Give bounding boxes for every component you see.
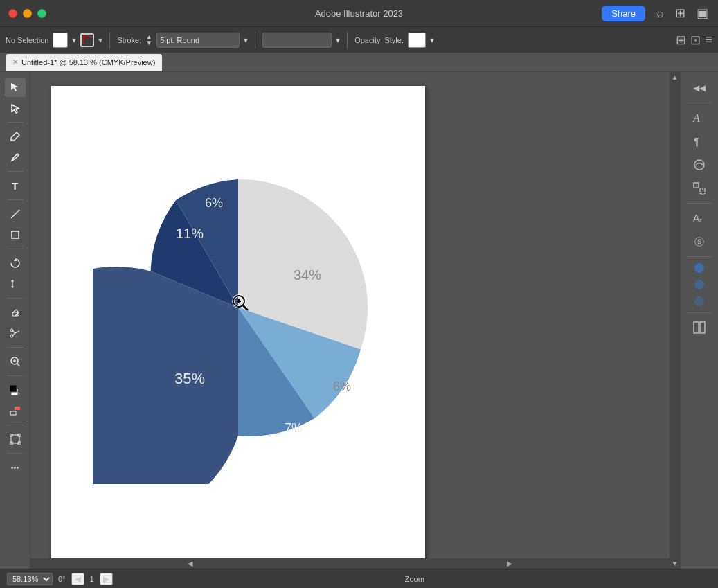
svg-line-6 xyxy=(15,331,19,333)
main-area: T xyxy=(0,72,718,569)
page-number: 1 xyxy=(90,575,94,583)
stroke-stepper[interactable]: ▲▼ xyxy=(145,35,152,46)
maximize-button[interactable] xyxy=(37,9,46,18)
tool-separator-9 xyxy=(7,453,24,454)
right-panel-top: ◀◀ A ¶ Aᵣ ⓢ xyxy=(681,72,718,344)
svg-line-10 xyxy=(17,364,19,366)
pen-tool[interactable] xyxy=(5,127,26,146)
style-chevron[interactable]: ▾ xyxy=(430,35,434,45)
tab-close-icon[interactable]: ✕ xyxy=(12,58,18,66)
svg-text:Aᵣ: Aᵣ xyxy=(693,213,702,224)
stroke-dropdown-chevron[interactable]: ▾ xyxy=(244,35,248,45)
transform-icon[interactable] xyxy=(687,178,712,199)
divider-1 xyxy=(109,32,110,48)
grid-icon[interactable]: ⊞ xyxy=(675,6,685,21)
document-tab[interactable]: ✕ Untitled-1* @ 58.13 % (CMYK/Preview) xyxy=(6,54,162,71)
prev-page-button[interactable]: ◀ xyxy=(71,573,84,585)
panel-icon[interactable]: ▣ xyxy=(697,6,708,21)
eraser-tool[interactable] xyxy=(5,303,26,322)
vertical-scrollbar[interactable]: ▲ ▼ xyxy=(670,72,680,569)
stroke-wide-input[interactable] xyxy=(262,33,332,48)
tool-separator-3 xyxy=(7,199,24,200)
canvas-area[interactable]: 34% 6% 7% 35% 11% 6% xyxy=(30,72,680,569)
tab-title: Untitled-1* @ 58.13 % (CMYK/Preview) xyxy=(21,58,155,66)
stroke-value-input[interactable] xyxy=(156,33,240,48)
align-icon[interactable]: ⊞ xyxy=(676,33,686,48)
label-34: 34% xyxy=(294,267,321,283)
minimize-button[interactable] xyxy=(23,9,32,18)
stroke-icon xyxy=(80,33,94,47)
style-swatch[interactable] xyxy=(408,33,426,48)
rp-separator-2 xyxy=(687,256,712,257)
fill-stroke-selector[interactable] xyxy=(5,380,26,400)
svg-rect-15 xyxy=(10,411,16,415)
share-button[interactable]: Share xyxy=(602,6,645,21)
zoom-label: Zoom xyxy=(118,575,711,583)
scissors-tool[interactable] xyxy=(5,323,26,343)
label-6a: 6% xyxy=(333,380,351,393)
type-tool[interactable]: T xyxy=(5,176,26,195)
tabbar: ✕ Untitled-1* @ 58.13 % (CMYK/Preview) xyxy=(0,53,718,72)
rp-separator-3 xyxy=(687,312,712,313)
zoom-select[interactable]: 58.13% 100% 50% 75% xyxy=(7,573,53,585)
svg-rect-14 xyxy=(10,385,17,392)
search-icon[interactable]: ⌕ xyxy=(656,6,664,21)
zoom-tool active[interactable] xyxy=(5,352,26,371)
tool-separator-7 xyxy=(7,375,24,376)
wide-input-chevron[interactable]: ▾ xyxy=(336,35,340,45)
reflect-tool[interactable] xyxy=(5,274,26,294)
collapse-panels-icon[interactable]: ◀◀ xyxy=(687,78,712,98)
artboard: 34% 6% 7% 35% 11% 6% xyxy=(51,86,425,569)
type-properties-icon[interactable]: A xyxy=(687,107,712,128)
svg-rect-37 xyxy=(694,322,699,333)
horizontal-scrollbar[interactable]: ◀ ▶ xyxy=(30,558,670,569)
menu-icon[interactable]: ≡ xyxy=(705,33,712,47)
paragraph-icon[interactable]: ¶ xyxy=(687,131,712,152)
artboard-tool[interactable] xyxy=(5,429,26,449)
direct-select-tool[interactable] xyxy=(5,98,26,118)
no-selection-label: No Selection xyxy=(6,36,48,44)
scroll-left-arrow[interactable]: ◀ xyxy=(30,558,350,569)
tool-separator-6 xyxy=(7,347,24,348)
select-tool[interactable] xyxy=(5,78,26,97)
tool-separator-8 xyxy=(7,425,24,425)
stroke-icon-chevron[interactable]: ▾ xyxy=(98,35,102,45)
bottombar: 58.13% 100% 50% 75% 0° ◀ 1 ▶ Zoom xyxy=(0,569,718,588)
line-tool[interactable] xyxy=(5,204,26,224)
transform-icon[interactable]: ⊡ xyxy=(690,33,701,48)
swap-colors-icon[interactable] xyxy=(5,401,26,420)
label-11: 11% xyxy=(176,226,204,241)
pie-chart: 34% 6% 7% 35% 11% 6% xyxy=(93,138,384,484)
titlebar-right-icons: Share ⌕ ⊞ ▣ xyxy=(602,6,708,21)
toolbar: No Selection ▾ ▾ Stroke: ▲▼ ▾ ▾ Opacity … xyxy=(0,26,718,53)
fill-chevron[interactable]: ▾ xyxy=(72,35,76,45)
svg-text:¶: ¶ xyxy=(694,136,699,147)
scroll-right-arrow[interactable]: ▶ xyxy=(350,558,670,569)
titlebar: Adobe Illustrator 2023 Share ⌕ ⊞ ▣ xyxy=(0,0,718,26)
angle-display: 0° xyxy=(58,575,66,583)
pencil-tool[interactable] xyxy=(5,148,26,167)
svg-line-1 xyxy=(11,210,19,218)
left-toolbar: T xyxy=(0,72,30,569)
next-page-button[interactable]: ▶ xyxy=(100,573,113,585)
rp-indicator-3 xyxy=(694,296,704,306)
svg-rect-38 xyxy=(700,322,705,333)
svg-rect-33 xyxy=(694,183,699,188)
svg-point-0 xyxy=(12,139,13,140)
tool-separator-2 xyxy=(7,171,24,172)
rp-separator-0 xyxy=(687,103,712,103)
appearance-icon[interactable] xyxy=(687,154,712,175)
svg-rect-34 xyxy=(700,189,705,194)
libraries-icon[interactable] xyxy=(687,317,712,338)
rp-indicator-2 xyxy=(694,280,704,289)
rect-tool[interactable] xyxy=(5,225,26,244)
fill-color-swatch[interactable] xyxy=(53,33,68,48)
more-tools[interactable]: ••• xyxy=(5,458,26,477)
type-alt-icon[interactable]: ⓢ xyxy=(687,231,712,252)
scroll-up-arrow[interactable]: ▲ xyxy=(670,72,680,82)
label-6b: 6% xyxy=(205,196,223,210)
rotate-tool[interactable] xyxy=(5,253,26,273)
close-button[interactable] xyxy=(8,9,17,18)
layers-panel-icon[interactable]: Aᵣ xyxy=(687,208,712,229)
scroll-down-arrow[interactable]: ▼ xyxy=(670,558,680,569)
